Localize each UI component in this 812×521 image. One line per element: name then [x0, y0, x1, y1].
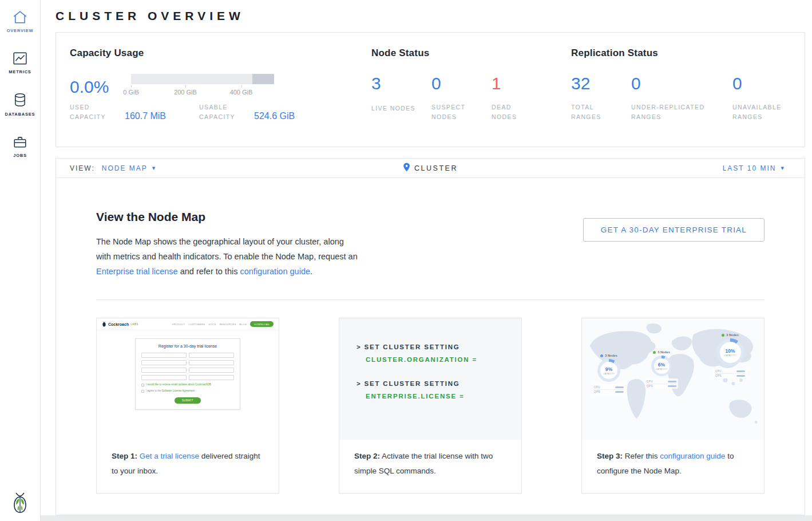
divider	[96, 299, 765, 300]
axis-tick	[241, 85, 242, 88]
sql-command: > SET CLUSTER SETTING	[357, 344, 521, 350]
sql-argument: ENTERPRISE.LICENSE =	[366, 393, 521, 400]
step3-card: 3 Nodes 9% CAPACITY	[581, 318, 765, 494]
description-text: and refer to this	[178, 267, 240, 276]
node-map-preview: 3 Nodes 9% CAPACITY	[582, 318, 764, 440]
metric-row: QPS	[594, 389, 624, 393]
axis-tick-label: 0 GiB	[123, 89, 139, 96]
get-trial-license-link[interactable]: Get a trial license	[140, 452, 199, 460]
mock-checkbox-row: I agree to the Software License Agreemen…	[141, 389, 234, 393]
step1-label: Step 1:	[112, 452, 140, 460]
enterprise-trial-button[interactable]: GET A 30-DAY ENTERPRISE TRIAL	[583, 218, 765, 242]
node-map-marker: 3 Nodes 6% CAPACITY	[645, 350, 678, 389]
total-ranges-label: TOTAL RANGES	[571, 102, 618, 122]
view-box: VIEW: NODE MAP ▾ CLUSTER LAST 10 MIN	[56, 158, 805, 515]
mock-input	[141, 353, 187, 358]
mock-download-button: DOWNLOAD	[250, 321, 274, 327]
view-label: VIEW:	[70, 164, 95, 172]
nodes-count-label: 3 Nodes	[657, 350, 670, 354]
app-root: OVERVIEW METRICS DATABASES	[0, 0, 812, 521]
main-content: CLUSTER OVERVIEW Capacity Usage 0.0% 0 G…	[41, 0, 812, 521]
mock-brand: Cockroach LABS	[102, 321, 138, 327]
metric-row: CPU	[594, 385, 624, 389]
configuration-guide-link[interactable]: configuration guide	[660, 452, 725, 460]
donut-capacity-label: CAPACITY	[656, 368, 667, 370]
sidebar-item-label: METRICS	[9, 69, 31, 74]
checkbox-icon	[141, 390, 144, 393]
mock-nav-item: CUSTOMERS	[188, 323, 205, 326]
nodes-count-label: 3 Nodes	[605, 354, 617, 357]
locality-dot	[653, 351, 656, 354]
time-range-dropdown[interactable]: LAST 10 MIN ▾	[723, 164, 791, 172]
node-map-marker: 3 Nodes 9% CAPACITY	[592, 354, 625, 394]
mock-input	[141, 375, 187, 380]
under-replicated-value: 0	[631, 74, 732, 93]
registration-form-title: Register for a 30-day trial license	[141, 344, 234, 348]
node-status-section: Node Status 3 LIVE NODES 0 SUSPECT NODES…	[371, 48, 571, 147]
suspect-nodes-label: SUSPECT NODES	[431, 102, 478, 122]
cockroach-logo-small	[102, 321, 106, 327]
capacity-usage-section: Capacity Usage 0.0% 0 GiB 200 GiB 400 Gi…	[70, 48, 371, 147]
view-selector-dropdown[interactable]: NODE MAP ▾	[102, 164, 157, 172]
live-nodes-stat: 3 LIVE NODES	[371, 74, 431, 122]
node-status-title: Node Status	[371, 48, 571, 59]
marker-head: 3 Nodes	[722, 333, 738, 337]
mock-submit-button: SUBMIT	[175, 397, 201, 404]
sidebar-item-metrics[interactable]: METRICS	[0, 41, 40, 82]
mock-input	[189, 360, 234, 365]
chevron-down-icon: ▾	[781, 164, 785, 172]
axis-tick-label: 400 GiB	[230, 89, 253, 96]
donut-capacity-label: CAPACITY	[603, 373, 615, 375]
node-map-panel: View the Node Map The Node Map shows the…	[56, 178, 805, 515]
mock-input	[141, 368, 187, 373]
axis-tick	[185, 85, 186, 88]
cluster-breadcrumb: CLUSTER	[403, 163, 458, 173]
cpu-label: CPU	[647, 380, 653, 383]
cockroach-logo	[0, 491, 40, 514]
under-replicated-label: UNDER-REPLICATED RANGES	[631, 102, 723, 122]
donut-inner: 10% CAPACITY	[720, 342, 741, 363]
metric-row: QPS	[647, 384, 676, 388]
mock-input	[189, 353, 234, 358]
sidebar-item-label: OVERVIEW	[7, 28, 34, 33]
capacity-stats-row: USED CAPACITY 160.7 MiB USABLE CAPACITY …	[70, 102, 371, 122]
mock-brand-name: Cockroach	[108, 322, 129, 326]
sidebar-item-databases[interactable]: DATABASES	[0, 82, 40, 125]
metric-row: CPU	[647, 380, 676, 384]
mock-site-header: Cockroach LABS PRODUCT CUSTOMERS DOCS RE…	[97, 318, 279, 330]
metric-bar	[615, 386, 624, 388]
locality-dot	[600, 354, 603, 357]
metric-row: CPU	[715, 369, 745, 373]
step3-caption: Step 3: Refer this configuration guide t…	[582, 440, 764, 479]
suspect-nodes-value: 0	[431, 74, 492, 93]
donut-inner: 9% CAPACITY	[600, 362, 617, 379]
node-map-intro: View the Node Map The Node Map shows the…	[96, 210, 361, 279]
unavailable-ranges-label: UNAVAILABLE RANGES	[732, 102, 793, 122]
step3-text: Refer this	[623, 452, 660, 460]
capacity-bar	[131, 74, 274, 84]
mock-checkbox-label: I agree to the Software License Agreemen…	[146, 389, 195, 393]
mock-site-nav: PRODUCT CUSTOMERS DOCS RESOURCES BLOG DO…	[172, 321, 274, 327]
total-ranges-stat: 32 TOTAL RANGES	[571, 74, 631, 122]
unavailable-ranges-value: 0	[732, 74, 793, 93]
step1-caption: Step 1: Get a trial license delivered st…	[97, 440, 279, 479]
chevron-down-icon: ▾	[152, 164, 157, 172]
sql-code-block: > SET CLUSTER SETTING CLUSTER.ORGANIZATI…	[339, 318, 521, 440]
mock-checkbox-text: I agree to the	[146, 389, 162, 392]
axis-tick-label: 200 GiB	[174, 89, 197, 96]
metric-bar	[668, 385, 676, 387]
total-ranges-value: 32	[571, 74, 631, 93]
usable-capacity-label: USABLE CAPACITY	[199, 102, 246, 122]
replication-stats: 32 TOTAL RANGES 0 UNDER-REPLICATED RANGE…	[571, 74, 805, 122]
mock-checkbox-row: I would like to receive email updates ab…	[141, 383, 234, 386]
dead-nodes-stat: 1 DEAD NODES	[492, 74, 552, 122]
under-replicated-ranges-stat: 0 UNDER-REPLICATED RANGES	[631, 74, 732, 122]
sidebar: OVERVIEW METRICS DATABASES	[0, 0, 41, 521]
sidebar-item-label: JOBS	[13, 153, 27, 158]
capacity-donut: 9% CAPACITY	[597, 359, 620, 382]
enterprise-trial-license-link[interactable]: Enterprise trial license	[96, 267, 178, 276]
sidebar-item-jobs[interactable]: JOBS	[0, 125, 40, 166]
configuration-guide-link[interactable]: configuration guide	[240, 267, 310, 276]
node-status-stats: 3 LIVE NODES 0 SUSPECT NODES 1 DEAD NODE…	[371, 74, 571, 122]
sidebar-item-overview[interactable]: OVERVIEW	[0, 0, 40, 41]
